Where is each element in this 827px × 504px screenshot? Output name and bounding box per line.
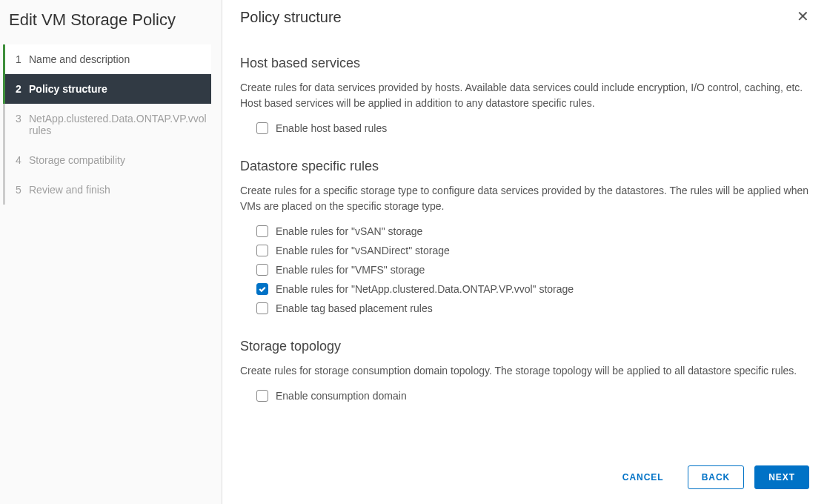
checkbox-icon bbox=[256, 390, 268, 402]
checkbox-icon bbox=[256, 302, 268, 314]
checkbox-icon bbox=[256, 245, 268, 256]
section-title: Host based services bbox=[240, 56, 809, 71]
checkbox-icon bbox=[256, 283, 268, 295]
wizard-steps: 1 Name and description 2 Policy structur… bbox=[3, 44, 222, 205]
step-number: 4 bbox=[14, 154, 29, 166]
checkbox-icon bbox=[256, 122, 268, 134]
step-number: 3 bbox=[14, 113, 29, 125]
step-policy-structure[interactable]: 2 Policy structure bbox=[3, 74, 211, 104]
content-area: Host based services Create rules for dat… bbox=[240, 56, 809, 451]
main-panel: Policy structure ✕ Host based services C… bbox=[222, 0, 827, 504]
step-review-finish[interactable]: 5 Review and finish bbox=[3, 175, 211, 205]
main-header: Policy structure ✕ bbox=[240, 9, 809, 26]
checkbox-enable-host-rules[interactable]: Enable host based rules bbox=[240, 119, 809, 138]
checkbox-icon bbox=[256, 264, 268, 276]
checkbox-label: Enable host based rules bbox=[276, 122, 387, 134]
checkbox-label: Enable tag based placement rules bbox=[276, 302, 433, 314]
checkbox-tag-placement[interactable]: Enable tag based placement rules bbox=[240, 299, 809, 318]
checkbox-label: Enable rules for "vSAN" storage bbox=[276, 225, 422, 237]
checkbox-vsan-storage[interactable]: Enable rules for "vSAN" storage bbox=[240, 222, 809, 241]
section-description: Create rules for data services provided … bbox=[240, 80, 809, 111]
section-title: Datastore specific rules bbox=[240, 159, 809, 174]
checkbox-vsandirect-storage[interactable]: Enable rules for "vSANDirect" storage bbox=[240, 241, 809, 260]
cancel-button[interactable]: CANCEL bbox=[609, 466, 677, 488]
step-netapp-vvol-rules[interactable]: 3 NetApp.clustered.Data.ONTAP.VP.vvol ru… bbox=[3, 104, 211, 145]
modal-edit-vm-storage-policy: Edit VM Storage Policy 1 Name and descri… bbox=[0, 0, 827, 504]
checkbox-label: Enable rules for "VMFS" storage bbox=[276, 264, 425, 276]
checkbox-netapp-vvol-storage[interactable]: Enable rules for "NetApp.clustered.Data.… bbox=[240, 279, 809, 299]
checkbox-consumption-domain[interactable]: Enable consumption domain bbox=[240, 386, 809, 405]
checkbox-vmfs-storage[interactable]: Enable rules for "VMFS" storage bbox=[240, 260, 809, 279]
next-button[interactable]: NEXT bbox=[754, 465, 809, 489]
step-label: Policy structure bbox=[29, 83, 107, 95]
wizard-sidebar: Edit VM Storage Policy 1 Name and descri… bbox=[0, 0, 222, 504]
step-number: 2 bbox=[14, 83, 29, 95]
step-storage-compatibility[interactable]: 4 Storage compatibility bbox=[3, 145, 211, 175]
section-title: Storage topology bbox=[240, 339, 809, 354]
wizard-footer: CANCEL BACK NEXT bbox=[240, 451, 809, 489]
page-title: Policy structure bbox=[240, 9, 342, 26]
back-button[interactable]: BACK bbox=[688, 465, 745, 489]
checkbox-label: Enable rules for "NetApp.clustered.Data.… bbox=[276, 283, 574, 295]
section-description: Create rules for a specific storage type… bbox=[240, 183, 809, 214]
step-label: Storage compatibility bbox=[29, 154, 125, 166]
checkbox-label: Enable rules for "vSANDirect" storage bbox=[276, 245, 450, 256]
section-description: Create rules for storage consumption dom… bbox=[240, 363, 809, 379]
step-label: Review and finish bbox=[29, 184, 110, 196]
section-host-services: Host based services Create rules for dat… bbox=[240, 56, 809, 138]
step-label: Name and description bbox=[29, 53, 130, 65]
step-number: 5 bbox=[14, 184, 29, 196]
step-name-description[interactable]: 1 Name and description bbox=[3, 44, 211, 74]
step-number: 1 bbox=[14, 53, 29, 65]
close-icon[interactable]: ✕ bbox=[797, 9, 809, 24]
checkbox-icon bbox=[256, 225, 268, 237]
checkbox-label: Enable consumption domain bbox=[276, 390, 407, 402]
sidebar-title: Edit VM Storage Policy bbox=[0, 0, 222, 44]
section-datastore-rules: Datastore specific rules Create rules fo… bbox=[240, 159, 809, 318]
section-storage-topology: Storage topology Create rules for storag… bbox=[240, 339, 809, 405]
step-label: NetApp.clustered.Data.ONTAP.VP.vvol rule… bbox=[29, 113, 207, 136]
